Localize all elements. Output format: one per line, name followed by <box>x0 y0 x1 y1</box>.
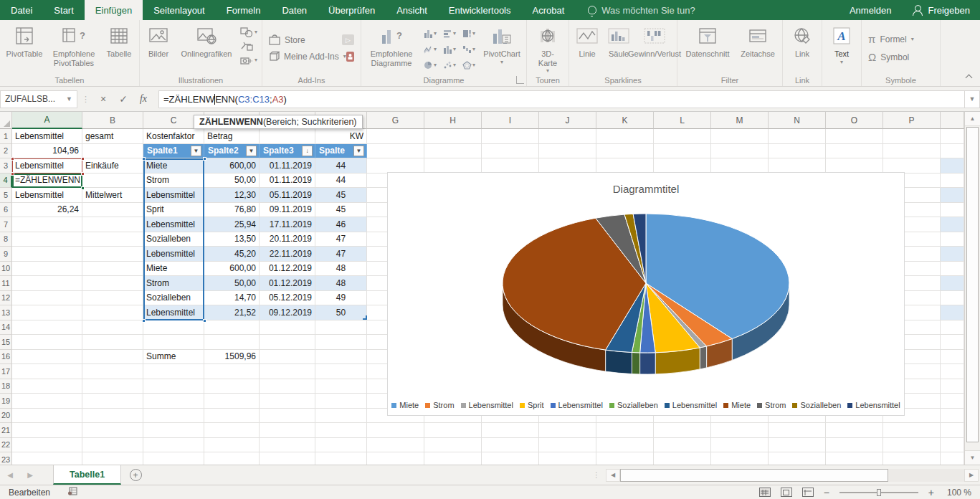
cell-C8[interactable]: Sozialleben <box>143 232 204 247</box>
cell-partial[interactable] <box>941 232 964 247</box>
cell-B17[interactable] <box>82 364 143 379</box>
row-header-1[interactable]: 1 <box>0 129 12 144</box>
pie-chart[interactable] <box>388 190 904 398</box>
cell-partial[interactable] <box>941 203 964 218</box>
scroll-right-icon[interactable]: ▶ <box>964 469 979 482</box>
cell-O1[interactable] <box>826 129 883 144</box>
cell-B9[interactable] <box>82 247 143 262</box>
cell-D14[interactable] <box>204 320 260 336</box>
cell-K1[interactable] <box>596 129 654 144</box>
cell-F6[interactable]: 45 <box>315 203 367 218</box>
cell-E3[interactable]: 01.11.2019 <box>260 158 315 174</box>
cell-C22[interactable] <box>143 438 204 453</box>
cell-C10[interactable]: Miete <box>143 262 204 277</box>
screenshot-button[interactable]: ▾ <box>240 53 257 67</box>
timeline-button[interactable]: Zeitachse <box>736 22 780 59</box>
cell-D1[interactable]: Betrag <box>204 129 260 144</box>
cell-K3[interactable] <box>596 158 654 174</box>
macro-record-icon[interactable] <box>67 487 77 498</box>
cell-D8[interactable]: 13,50 <box>204 232 260 247</box>
cell-E20[interactable] <box>260 409 315 424</box>
cancel-button[interactable]: × <box>94 90 113 108</box>
row-header-4[interactable]: 4 <box>0 174 12 189</box>
radar-chart-icon[interactable]: ▾ <box>460 57 478 72</box>
row-header-15[interactable]: 15 <box>0 335 12 350</box>
cell-G2[interactable] <box>367 144 424 159</box>
page-break-view-button[interactable] <box>802 488 814 497</box>
ribbon-tab-datei[interactable]: Datei <box>0 0 43 20</box>
cell-I23[interactable] <box>482 452 539 465</box>
legend-item[interactable]: Strom <box>425 401 454 409</box>
cell-A15[interactable] <box>12 335 82 350</box>
zoom-slider-thumb[interactable] <box>877 489 881 496</box>
recommended-pivottables-button[interactable]: ? Empfohlene PivotTables <box>47 22 101 67</box>
cell-P22[interactable] <box>883 438 941 453</box>
row-header-16[interactable]: 16 <box>0 350 12 365</box>
cell-partial[interactable] <box>941 217 964 232</box>
tell-me-box[interactable]: Was möchten Sie tun? <box>588 0 695 20</box>
cell-A13[interactable] <box>12 305 82 320</box>
cell-E23[interactable] <box>260 452 315 465</box>
formula-input[interactable]: =ZÄHLENWENN(C3:C13;A3) <box>158 90 964 108</box>
cell-A11[interactable] <box>12 276 82 291</box>
cell-H23[interactable] <box>424 452 482 465</box>
hierarchy-chart-icon[interactable]: ▾ <box>460 26 478 41</box>
cell-F12[interactable]: 49 <box>315 291 367 306</box>
cell-A3[interactable]: Lebensmittel <box>12 158 82 174</box>
cell-E15[interactable] <box>260 335 315 350</box>
cell-E19[interactable] <box>260 394 315 409</box>
row-header-23[interactable]: 23 <box>0 452 12 465</box>
cell-D11[interactable]: 50,00 <box>204 276 260 291</box>
column3d-chart-icon[interactable]: ▾ <box>440 42 459 57</box>
cell-J3[interactable] <box>539 158 596 174</box>
cell-H3[interactable] <box>424 158 482 174</box>
cell-E1[interactable] <box>260 129 315 144</box>
scatter-chart-icon[interactable]: ▾ <box>440 57 459 72</box>
fill-handle[interactable] <box>81 186 85 190</box>
sheet-tab-tabelle1[interactable]: Tabelle1 <box>53 465 121 485</box>
cell-N1[interactable] <box>769 129 826 144</box>
cell-D15[interactable] <box>204 335 260 350</box>
cell-C9[interactable]: Lebensmittel <box>143 247 204 262</box>
column-header-N[interactable]: N <box>769 112 826 129</box>
cell-C2[interactable]: Spalte1▼ <box>143 144 204 159</box>
sort-filter-icon[interactable]: ↓ <box>302 146 313 156</box>
select-all-corner[interactable] <box>0 112 12 129</box>
column-header-L[interactable]: L <box>654 112 711 129</box>
cell-N23[interactable] <box>769 452 826 465</box>
cell-F13[interactable]: 50 <box>315 305 367 320</box>
cell-A20[interactable] <box>12 409 82 424</box>
row-header-11[interactable]: 11 <box>0 276 12 291</box>
cell-B14[interactable] <box>82 320 143 336</box>
cell-C19[interactable] <box>143 394 204 409</box>
row-header-19[interactable]: 19 <box>0 394 12 409</box>
cell-A5[interactable]: Lebensmittel <box>12 188 82 203</box>
cell-A12[interactable] <box>12 291 82 306</box>
cell-F22[interactable] <box>315 438 367 453</box>
column-header-O[interactable]: O <box>826 112 883 129</box>
cell-F10[interactable]: 48 <box>315 262 367 277</box>
cell-A7[interactable] <box>12 217 82 232</box>
smartart-button[interactable] <box>240 39 257 53</box>
scroll-down-icon[interactable]: ▼ <box>965 450 980 465</box>
range-handle[interactable] <box>203 319 206 323</box>
row-header-22[interactable]: 22 <box>0 438 12 453</box>
cell-C13[interactable]: Lebensmittel <box>143 305 204 320</box>
legend-item[interactable]: Lebensmittel <box>665 401 717 409</box>
cell-A8[interactable] <box>12 232 82 247</box>
cell-D2[interactable]: Spalte2▼ <box>204 144 260 159</box>
cell-C1[interactable]: Kostenfaktor <box>143 129 204 144</box>
equation-button[interactable]: πFormel▾ <box>868 33 914 45</box>
cell-F11[interactable]: 48 <box>315 276 367 291</box>
row-header-3[interactable]: 3 <box>0 158 12 174</box>
ribbon-tab-einfuegen[interactable]: Einfügen <box>85 0 143 20</box>
cell-L21[interactable] <box>654 423 711 438</box>
cell-I1[interactable] <box>482 129 539 144</box>
cell-E21[interactable] <box>260 423 315 438</box>
cell-C12[interactable]: Sozialleben <box>143 291 204 306</box>
cell-E13[interactable]: 09.12.2019 <box>260 305 315 320</box>
legend-item[interactable]: Lebensmittel <box>461 401 513 409</box>
row-header-21[interactable]: 21 <box>0 423 12 438</box>
sparkline-winloss-button[interactable]: Gewinn/Verlust <box>634 22 675 59</box>
cell-E11[interactable]: 01.12.2019 <box>260 276 315 291</box>
